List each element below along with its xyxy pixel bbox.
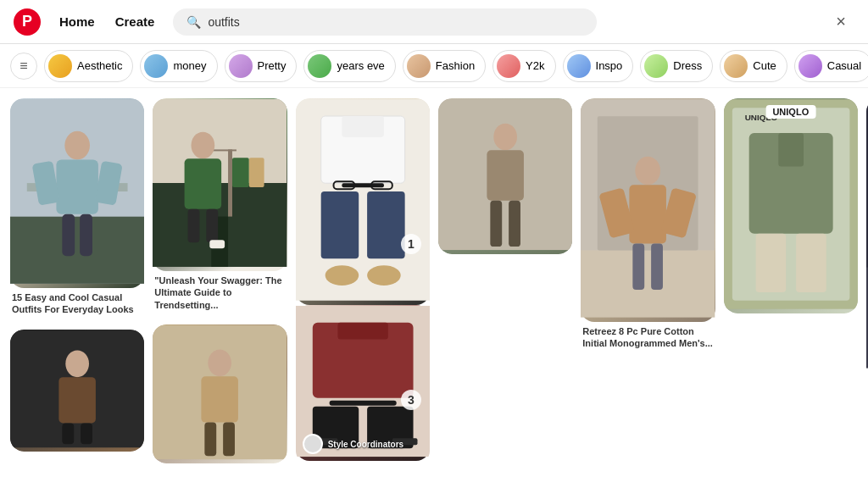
search-input[interactable] bbox=[208, 15, 583, 29]
svg-rect-20 bbox=[249, 158, 264, 187]
svg-rect-30 bbox=[223, 423, 235, 457]
pin-image-7 bbox=[10, 330, 144, 452]
filter-chip-aesthetic[interactable]: Aesthetic bbox=[44, 50, 133, 82]
svg-rect-28 bbox=[202, 376, 239, 422]
header: P Home Create 🔍 × bbox=[0, 0, 868, 44]
svg-rect-29 bbox=[205, 423, 217, 457]
filter-chip-y2k[interactable]: Y2k bbox=[492, 50, 555, 82]
chip-label: years eve bbox=[337, 59, 384, 72]
nav-create[interactable]: Create bbox=[107, 9, 164, 34]
svg-rect-35 bbox=[367, 191, 405, 258]
chip-label: Casual bbox=[827, 59, 861, 72]
svg-rect-51 bbox=[487, 150, 524, 200]
pin-image-12 bbox=[438, 98, 572, 254]
svg-rect-1 bbox=[10, 217, 144, 284]
pin-image-9: UNIQLO UNIQLO bbox=[724, 98, 858, 313]
filter-chip-pretty[interactable]: Pretty bbox=[225, 50, 298, 82]
svg-point-39 bbox=[325, 265, 359, 286]
pin-username: Style Coordinators bbox=[328, 440, 403, 449]
svg-rect-46 bbox=[329, 401, 396, 406]
svg-point-50 bbox=[493, 124, 517, 151]
chip-label: Dress bbox=[673, 59, 702, 72]
svg-rect-59 bbox=[633, 244, 645, 290]
filter-chip-years-eve[interactable]: years eve bbox=[303, 50, 395, 82]
chip-avatar bbox=[567, 54, 591, 78]
pin-image-3b: 3 Style Coordinators bbox=[296, 305, 430, 461]
filter-chip-dress[interactable]: Dress bbox=[640, 50, 713, 82]
pin-card-7[interactable] bbox=[10, 330, 144, 452]
chip-label: Pretty bbox=[258, 59, 287, 72]
pinterest-logo[interactable]: P bbox=[14, 8, 41, 36]
chip-avatar bbox=[229, 54, 253, 78]
chip-avatar bbox=[144, 54, 168, 78]
svg-rect-68 bbox=[796, 234, 826, 292]
close-button[interactable]: × bbox=[827, 8, 854, 36]
chip-label: Cute bbox=[753, 59, 776, 72]
svg-rect-23 bbox=[188, 209, 200, 243]
chip-avatar bbox=[407, 54, 431, 78]
pin-card-2[interactable]: "Unleash Your Swagger: The Ultimate Guid… bbox=[153, 98, 287, 313]
chip-avatar bbox=[798, 54, 822, 78]
svg-rect-5 bbox=[62, 214, 75, 256]
svg-rect-53 bbox=[509, 201, 520, 247]
pin-card-3[interactable]: 1 3 St bbox=[296, 98, 430, 464]
svg-point-10 bbox=[65, 350, 89, 377]
filter-chip-cute[interactable]: Cute bbox=[720, 50, 787, 82]
svg-rect-11 bbox=[58, 377, 96, 423]
chip-avatar bbox=[724, 54, 748, 78]
svg-rect-24 bbox=[207, 209, 219, 243]
filter-chip-fashion[interactable]: Fashion bbox=[403, 50, 486, 82]
svg-rect-6 bbox=[80, 214, 92, 256]
pin-image-4 bbox=[581, 98, 715, 322]
svg-rect-19 bbox=[232, 158, 249, 187]
svg-rect-25 bbox=[210, 240, 225, 248]
pin-card-9[interactable]: UNIQLO UNIQLO bbox=[724, 98, 858, 313]
pin-image-8 bbox=[153, 324, 287, 463]
chip-avatar bbox=[308, 54, 331, 78]
pin-user-avatar bbox=[303, 434, 323, 454]
svg-rect-12 bbox=[62, 423, 74, 444]
search-bar: 🔍 bbox=[173, 8, 597, 36]
chip-label: Inspo bbox=[596, 59, 623, 72]
svg-rect-52 bbox=[490, 201, 502, 247]
nav-home[interactable]: Home bbox=[51, 9, 103, 34]
pin-grid: 15 Easy and Cool Casual Outfits For Ever… bbox=[0, 88, 868, 488]
outfit-number-3: 3 bbox=[401, 390, 421, 410]
svg-rect-58 bbox=[630, 185, 667, 243]
pin-card-3b[interactable]: 3 Style Coordinators bbox=[296, 305, 430, 461]
search-icon: 🔍 bbox=[186, 15, 201, 29]
chip-avatar bbox=[497, 54, 520, 78]
filter-icon[interactable]: ≡ bbox=[10, 53, 37, 80]
pin-caption-4: Retreez 8 Pc Pure Cotton Initial Monogra… bbox=[581, 322, 715, 352]
chip-label: Y2k bbox=[526, 59, 544, 72]
pin-card-8[interactable] bbox=[153, 324, 287, 463]
svg-rect-17 bbox=[228, 149, 232, 216]
uniqlo-label: UNIQLO bbox=[765, 105, 815, 119]
svg-rect-34 bbox=[320, 191, 359, 258]
pin-card-1[interactable]: 15 Easy and Cool Casual Outfits For Ever… bbox=[10, 98, 144, 318]
svg-rect-33 bbox=[342, 116, 383, 137]
filter-chip-inspo[interactable]: Inspo bbox=[563, 50, 634, 82]
filter-chip-money[interactable]: money bbox=[140, 50, 217, 82]
svg-rect-22 bbox=[185, 158, 222, 208]
svg-rect-60 bbox=[651, 244, 663, 290]
svg-point-3 bbox=[64, 131, 90, 160]
pin-image-3: 1 bbox=[296, 98, 430, 305]
chip-label: Aesthetic bbox=[77, 59, 122, 72]
pin-card-12[interactable] bbox=[438, 98, 572, 254]
svg-point-27 bbox=[209, 349, 232, 376]
main-nav: Home Create bbox=[51, 9, 163, 34]
chip-label: Fashion bbox=[436, 59, 475, 72]
pin-image-1 bbox=[10, 98, 144, 288]
svg-rect-4 bbox=[56, 159, 97, 214]
pin-caption-1: 15 Easy and Cool Casual Outfits For Ever… bbox=[10, 288, 144, 318]
svg-rect-67 bbox=[755, 234, 786, 292]
pin-user-info: Style Coordinators bbox=[303, 434, 403, 454]
chip-label: money bbox=[173, 59, 206, 72]
pin-image-2 bbox=[153, 98, 287, 271]
svg-point-21 bbox=[192, 132, 215, 159]
filter-chip-casual[interactable]: Casual bbox=[794, 50, 868, 82]
svg-point-40 bbox=[367, 265, 401, 286]
outfit-number-1: 1 bbox=[401, 234, 421, 254]
pin-card-4[interactable]: Retreez 8 Pc Pure Cotton Initial Monogra… bbox=[581, 98, 715, 352]
